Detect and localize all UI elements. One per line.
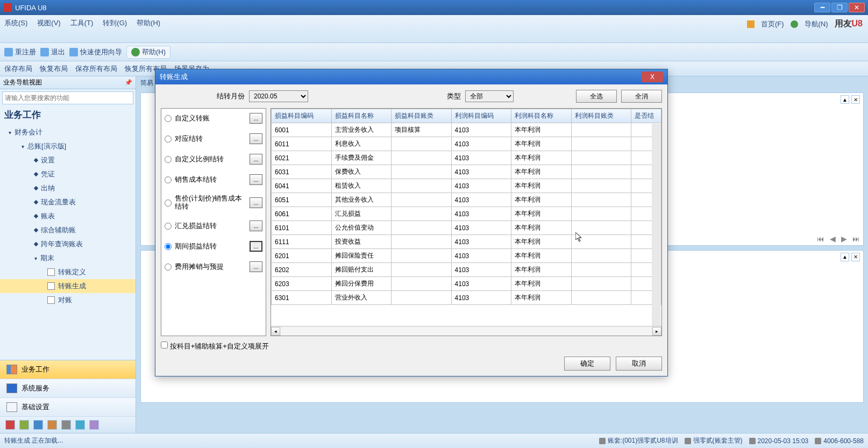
pin-icon[interactable]: 📌 <box>125 79 132 86</box>
month-select[interactable]: 2020.05 <box>249 90 308 102</box>
save-all-layout-button[interactable]: 保存所有布局 <box>75 64 117 74</box>
table-cell[interactable]: 6031 <box>272 165 332 179</box>
tree-item-cashier[interactable]: 出纳 <box>0 181 136 195</box>
nav-prev-icon[interactable]: ◀ <box>830 234 836 243</box>
tree-item-books[interactable]: 账表 <box>0 209 136 223</box>
table-row[interactable]: 6111投资收益4103本年利润 <box>272 235 661 249</box>
ellipsis-button[interactable]: ... <box>250 133 262 144</box>
table-row[interactable]: 6061汇兑损益4103本年利润 <box>272 207 661 221</box>
ellipsis-button[interactable]: ... <box>250 221 262 231</box>
table-cell[interactable] <box>392 235 452 249</box>
table-cell[interactable]: 4103 <box>451 207 511 221</box>
panel-collapse-icon[interactable]: ▲ <box>841 253 849 261</box>
menu-view[interactable]: 视图(V) <box>37 18 60 28</box>
search-input[interactable] <box>2 91 133 104</box>
menu-help[interactable]: 帮助(H) <box>137 18 160 28</box>
table-cell[interactable]: 本年利润 <box>511 193 572 207</box>
menu-goto[interactable]: 转到(G) <box>103 18 127 28</box>
table-row[interactable]: 6051其他业务收入4103本年利润 <box>272 193 661 207</box>
radio-corresponding[interactable]: 对应结转... <box>165 133 262 144</box>
table-cell[interactable]: 6301 <box>272 291 332 305</box>
exit-button[interactable]: 退出 <box>40 47 65 57</box>
table-cell[interactable]: 6021 <box>272 151 332 165</box>
sidebar-btn-settings[interactable]: 基础设置 <box>0 398 136 417</box>
col-pl-class[interactable]: 损益科目账类 <box>392 109 452 123</box>
table-cell[interactable]: 本年利润 <box>511 249 572 263</box>
nav-last-icon[interactable]: ⏭ <box>852 234 860 243</box>
tree-item-cashflow[interactable]: 现金流量表 <box>0 195 136 209</box>
table-row[interactable]: 6101公允价值变动4103本年利润 <box>272 221 661 235</box>
table-cell[interactable]: 本年利润 <box>511 207 572 221</box>
table-cell[interactable] <box>392 291 452 305</box>
sidebar-mini-icon[interactable] <box>5 420 15 430</box>
ellipsis-button[interactable]: ... <box>250 197 262 208</box>
table-cell[interactable]: 其他业务收入 <box>331 193 392 207</box>
table-cell[interactable]: 汇兑损益 <box>331 207 392 221</box>
tree-item-reconcile[interactable]: 对账 <box>0 293 136 307</box>
quickguide-button[interactable]: 快速使用向导 <box>69 47 122 57</box>
table-cell[interactable] <box>392 207 452 221</box>
table-cell[interactable]: 本年利润 <box>511 277 572 291</box>
sidebar-mini-icon[interactable] <box>47 420 57 430</box>
table-cell[interactable] <box>571 221 631 235</box>
table-cell[interactable] <box>392 165 452 179</box>
sidebar-mini-icon[interactable] <box>89 420 99 430</box>
sidebar-mini-icon[interactable] <box>61 420 71 430</box>
table-cell[interactable]: 本年利润 <box>511 151 572 165</box>
table-row[interactable]: 6201摊回保险责任4103本年利润 <box>272 249 661 263</box>
sidebar-mini-icon[interactable] <box>33 420 43 430</box>
table-cell[interactable]: 6001 <box>272 123 332 137</box>
tree-item-settings[interactable]: 设置 <box>0 153 136 167</box>
panel-close-icon[interactable]: ✕ <box>851 253 860 261</box>
scroll-right-icon[interactable]: ▸ <box>652 327 661 336</box>
table-cell[interactable] <box>571 263 631 277</box>
col-profit-code[interactable]: 利润科目编码 <box>451 109 511 123</box>
table-cell[interactable]: 4103 <box>451 179 511 193</box>
table-row[interactable]: 6301营业外收入4103本年利润 <box>272 291 661 305</box>
horizontal-scrollbar[interactable]: ◂ ▸ <box>271 326 661 336</box>
table-cell[interactable] <box>571 137 631 151</box>
tree-item-periodend[interactable]: ▾期末 <box>0 251 136 265</box>
table-cell[interactable] <box>571 291 631 305</box>
tree-item-finance[interactable]: ▾财务会计 <box>0 125 136 139</box>
nav-next-icon[interactable]: ▶ <box>841 234 847 243</box>
table-cell[interactable]: 本年利润 <box>511 221 572 235</box>
table-cell[interactable]: 本年利润 <box>511 263 572 277</box>
radio-expense-amort[interactable]: 费用摊销与预提... <box>165 261 262 272</box>
table-cell[interactable]: 4103 <box>451 151 511 165</box>
table-cell[interactable]: 租赁收入 <box>331 179 392 193</box>
sidebar-mini-icon[interactable] <box>75 420 85 430</box>
table-cell[interactable] <box>571 277 631 291</box>
tree-item-crossyear[interactable]: 跨年查询账表 <box>0 237 136 251</box>
dialog-close-button[interactable]: X <box>642 72 663 82</box>
table-cell[interactable]: 摊回赔付支出 <box>331 263 392 277</box>
table-cell[interactable]: 本年利润 <box>511 137 572 151</box>
table-cell[interactable]: 本年利润 <box>511 291 572 305</box>
table-cell[interactable]: 6051 <box>272 193 332 207</box>
table-cell[interactable]: 利息收入 <box>331 137 392 151</box>
minimize-button[interactable]: ━ <box>814 3 830 12</box>
type-select[interactable]: 全部 <box>465 90 514 102</box>
close-button[interactable]: ✕ <box>849 3 865 12</box>
table-cell[interactable] <box>571 123 631 137</box>
table-scroll[interactable]: 损益科目编码 损益科目名称 损益科目账类 利润科目编码 利润科目名称 利润科目账… <box>271 109 661 326</box>
table-cell[interactable]: 营业外收入 <box>331 291 392 305</box>
vertical-scrollbar[interactable] <box>652 124 661 326</box>
tree-item-transfer-def[interactable]: 转账定义 <box>0 265 136 279</box>
table-row[interactable]: 6011利息收入4103本年利润 <box>272 137 661 151</box>
table-cell[interactable]: 4103 <box>451 123 511 137</box>
table-cell[interactable] <box>392 277 452 291</box>
nav-first-icon[interactable]: ⏮ <box>817 234 824 243</box>
table-row[interactable]: 6203摊回分保费用4103本年利润 <box>272 277 661 291</box>
table-cell[interactable] <box>392 221 452 235</box>
table-row[interactable]: 6202摊回赔付支出4103本年利润 <box>272 263 661 277</box>
dialog-titlebar[interactable]: 转账生成 X <box>155 69 667 84</box>
cancel-button[interactable]: 取消 <box>616 357 662 371</box>
table-cell[interactable]: 摊回保险责任 <box>331 249 392 263</box>
table-cell[interactable] <box>571 207 631 221</box>
table-cell[interactable]: 主营业务收入 <box>331 123 392 137</box>
table-row[interactable]: 6041租赁收入4103本年利润 <box>272 179 661 193</box>
table-cell[interactable] <box>571 179 631 193</box>
table-cell[interactable]: 4103 <box>451 235 511 249</box>
table-cell[interactable]: 项目核算 <box>392 123 452 137</box>
